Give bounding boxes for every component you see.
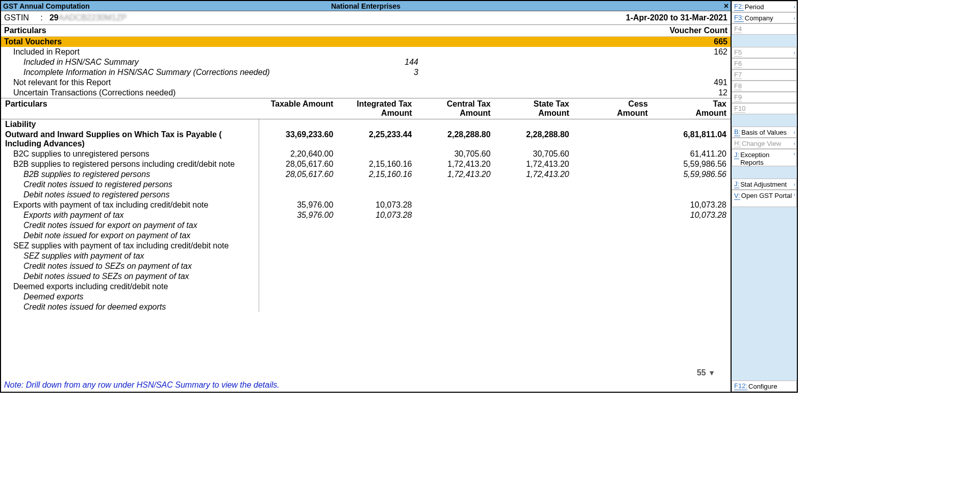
table-row[interactable]: Deemed exports including credit/debit no…: [1, 282, 731, 292]
chevron-left-icon: ‹: [794, 50, 795, 56]
footer-note: Note: Drill down from any row under HSN/…: [1, 378, 731, 392]
table-row[interactable]: Credit notes issued to SEZs on payment o…: [1, 261, 731, 271]
table-row[interactable]: Debit note issued for export on payment …: [1, 231, 731, 241]
sidebar-button: F6: [732, 58, 797, 69]
sidebar-button: F7: [732, 69, 797, 81]
sidebar-button[interactable]: F3:Company‹: [732, 12, 797, 23]
chevron-left-icon: ‹: [794, 15, 795, 21]
sidebar-button: F8: [732, 81, 797, 92]
sidebar-button[interactable]: V:Open GST Portal‹: [732, 190, 797, 207]
sidebar-button: F10: [732, 103, 797, 114]
total-vouchers-row[interactable]: Total Vouchers 665: [1, 37, 731, 47]
report-title: GST Annual Computation: [1, 2, 90, 10]
table-row[interactable]: Debit notes issued to registered persons: [1, 190, 731, 200]
table-row[interactable]: B2B supplies to registered persons inclu…: [1, 159, 731, 169]
table-row[interactable]: SEZ supplies with payment of tax includi…: [1, 241, 731, 251]
down-arrow-icon[interactable]: ▼: [708, 369, 715, 377]
sidebar-button: F9: [732, 92, 797, 103]
report-period: 1-Apr-2020 to 31-Mar-2021: [626, 13, 727, 22]
table-row[interactable]: B2C supplies to unregistered persons2,20…: [1, 149, 731, 159]
chevron-left-icon: ‹: [794, 130, 795, 135]
gstin-value-prefix: 29: [49, 13, 59, 22]
chevron-left-icon: ‹: [794, 151, 795, 157]
sidebar-button: F5‹: [732, 47, 797, 58]
table-row[interactable]: Deemed exports: [1, 292, 731, 302]
table-row[interactable]: Credit notes issued to registered person…: [1, 180, 731, 190]
voucher-row[interactable]: Included in Report162: [1, 47, 731, 57]
table-row[interactable]: Debit notes issued to SEZs on payment of…: [1, 271, 731, 282]
table-row[interactable]: Exports with payment of tax including cr…: [1, 200, 731, 210]
gstin-label: GSTIN: [4, 13, 29, 22]
company-name: National Enterprises: [331, 2, 400, 10]
sidebar-button[interactable]: B:Basis of Values‹: [732, 126, 797, 138]
sidebar: F2:Period‹F3:Company‹F4F5‹F6F7F8F9F10B:B…: [731, 1, 797, 392]
sidebar-button[interactable]: J:Stat Adjustment‹: [732, 179, 797, 190]
sidebar-button[interactable]: J:Exception Reports‹: [732, 149, 797, 166]
table-row[interactable]: Credit notes issued for export on paymen…: [1, 220, 731, 231]
page-indicator: 55 ▼: [697, 368, 715, 377]
close-icon[interactable]: ×: [724, 2, 728, 11]
table-row[interactable]: Outward and Inward Supplies on Which Tax…: [1, 130, 731, 149]
table-row[interactable]: B2B supplies to registered persons28,05,…: [1, 169, 731, 180]
title-bar: GST Annual Computation National Enterpri…: [1, 1, 731, 11]
voucher-row[interactable]: Incomplete Information in HSN/SAC Summar…: [1, 67, 731, 78]
voucher-row[interactable]: Uncertain Transactions (Corrections need…: [1, 88, 731, 98]
sidebar-button: F4: [732, 23, 797, 35]
voucher-row[interactable]: Not relevant for this Report491: [1, 78, 731, 88]
chevron-left-icon: ‹: [794, 4, 795, 10]
chevron-left-icon: ‹: [794, 141, 795, 146]
sidebar-button: H:Change View‹: [732, 138, 797, 149]
table-row[interactable]: SEZ supplies with payment of tax: [1, 251, 731, 261]
liability-section: Liability: [1, 119, 731, 130]
computation-table: Particulars Taxable Amount Integrated Ta…: [1, 98, 731, 312]
table-row[interactable]: Exports with payment of tax35,976.0010,0…: [1, 210, 731, 220]
voucher-row[interactable]: Included in HSN/SAC Summary144: [1, 57, 731, 67]
sidebar-button[interactable]: F12:Configure: [732, 380, 797, 392]
gstin-redacted: AADCB2230M1ZP: [59, 13, 127, 22]
voucher-header: Particulars Voucher Count: [1, 25, 731, 37]
gstin-row: GSTIN : 29AADCB2230M1ZP 1-Apr-2020 to 31…: [1, 11, 731, 25]
chevron-left-icon: ‹: [794, 182, 795, 187]
table-header-row: Particulars Taxable Amount Integrated Ta…: [1, 98, 731, 119]
chevron-left-icon: ‹: [794, 192, 795, 197]
sidebar-button[interactable]: F2:Period‹: [732, 1, 797, 12]
table-row[interactable]: Credit notes issued for deemed exports: [1, 302, 731, 312]
